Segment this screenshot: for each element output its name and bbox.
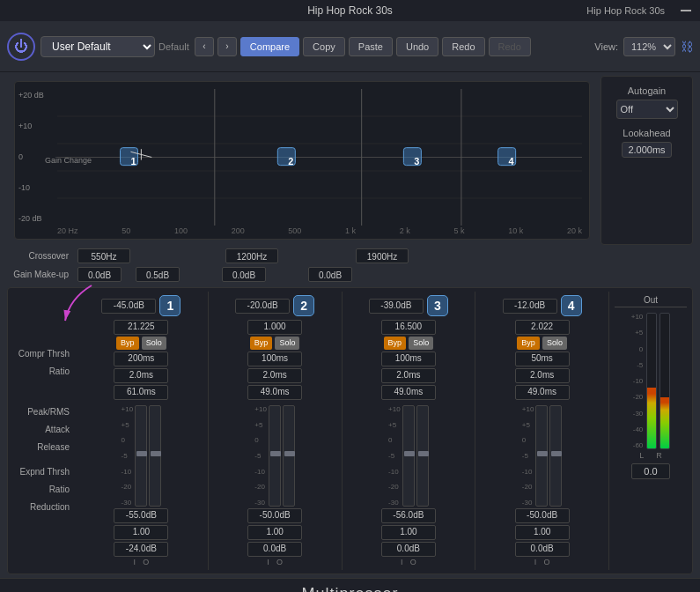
view-select[interactable]: 112% [623, 37, 675, 56]
band-4-fader-out[interactable] [549, 405, 562, 507]
band-1-byp-btn[interactable]: Byp [116, 337, 139, 350]
gain-makeup-val-3[interactable]: 0.0dB [222, 267, 266, 282]
band-3-solo-btn[interactable]: Solo [409, 337, 433, 350]
band-3-io: I O [401, 558, 416, 566]
band-3-fader-out-knob[interactable] [418, 451, 429, 456]
band-4-expnd-thrsh[interactable]: -50.0dB [515, 508, 570, 523]
band-2-fader-in[interactable] [269, 405, 281, 507]
band-1-solo-btn[interactable]: Solo [142, 337, 166, 350]
band-3-ratio[interactable]: 16.500 [381, 320, 436, 335]
paste-button[interactable]: Paste [349, 37, 393, 56]
preset-select[interactable]: User Default [41, 36, 155, 57]
band-2-ratio[interactable]: 1.000 [247, 320, 302, 335]
band-1-reduction[interactable]: -24.0dB [114, 542, 168, 557]
power-button[interactable]: ⏻ [7, 33, 35, 61]
window-minimize-btn[interactable] [681, 10, 691, 11]
band-1-compr-thrsh[interactable]: -45.0dB [101, 299, 156, 314]
crossover-val-2[interactable]: 1200Hz [225, 248, 278, 263]
band-4-byp-btn[interactable]: Byp [517, 337, 540, 350]
band-2-attack[interactable]: 2.0ms [247, 368, 302, 383]
out-r-label: R [656, 451, 662, 460]
band-3-badge[interactable]: 3 [427, 295, 448, 316]
band-4-fader-out-knob[interactable] [551, 451, 562, 456]
band-3-exp-ratio[interactable]: 1.00 [381, 525, 436, 540]
band-4-peak-rms[interactable]: 50ms [515, 352, 570, 366]
band-4-reduction[interactable]: 0.0dB [515, 542, 570, 557]
band-3-reduction[interactable]: 0.0dB [381, 542, 436, 557]
band-1-attack[interactable]: 2.0ms [114, 368, 168, 383]
bottom-title: Multipressor [0, 578, 700, 592]
band-4-badge[interactable]: 4 [561, 295, 582, 316]
band-3-expnd-thrsh[interactable]: -56.0dB [381, 508, 436, 523]
band-4-fader-in[interactable] [535, 405, 548, 507]
band-1-fader-in-knob[interactable] [136, 451, 147, 456]
band-4-header: -12.0dB 4 [481, 295, 603, 316]
band-3-io-in: I [401, 558, 403, 566]
out-db-n30: -30 [631, 410, 644, 418]
band-1-expnd-thrsh[interactable]: -55.0dB [114, 508, 168, 523]
band-2-peak-rms[interactable]: 100ms [247, 352, 302, 366]
band-3-fader-in[interactable] [402, 405, 415, 507]
freq-2k: 2 k [400, 226, 410, 235]
freq-10k: 10 k [508, 226, 523, 235]
band-2-fader-in-knob[interactable] [270, 451, 281, 456]
band-3-attack[interactable]: 2.0ms [381, 368, 436, 383]
band-2-reduction[interactable]: 0.0dB [247, 542, 302, 557]
band-2-fader-out-knob[interactable] [284, 451, 295, 456]
gain-makeup-val-1[interactable]: 0.0dB [77, 267, 122, 282]
band-3-header: -39.0dB 3 [348, 295, 470, 316]
band-3-compr-thrsh[interactable]: -39.0dB [369, 299, 424, 314]
band-4-compr-thrsh[interactable]: -12.0dB [503, 299, 557, 314]
band-3-peak-rms[interactable]: 100ms [381, 352, 436, 366]
band-4-exp-ratio[interactable]: 1.00 [515, 525, 570, 540]
band-4-ratio[interactable]: 2.022 [515, 320, 570, 335]
redo-button[interactable]: Redo [442, 37, 484, 56]
band-1-fader-out[interactable] [149, 405, 161, 507]
band-2-fader-labels: +10 +5 0 -5 -10 -20 -30 [254, 405, 267, 507]
band-2-compr-thrsh[interactable]: -20.0dB [235, 299, 290, 314]
band-4-attack[interactable]: 2.0ms [515, 368, 570, 383]
band-4-unit: -12.0dB 4 2.022 Byp Solo 50ms 2.0ms 49.0… [475, 292, 608, 570]
lookahead-value[interactable]: 2.000ms [622, 142, 671, 158]
copy-button[interactable]: Copy [303, 37, 345, 56]
band-4-release[interactable]: 49.0ms [515, 385, 570, 400]
crossover-val-1[interactable]: 550Hz [77, 248, 130, 263]
band-3-fader-out[interactable] [416, 405, 429, 507]
band-1-peak-rms[interactable]: 200ms [114, 352, 168, 366]
band-2-fader-out[interactable] [283, 405, 295, 507]
out-db-10: +10 [631, 313, 644, 321]
autogain-select[interactable]: Off [616, 100, 678, 119]
band-3-fader-in-knob[interactable] [404, 451, 415, 456]
band-2-exp-ratio[interactable]: 1.00 [247, 525, 302, 540]
band-3-fader-labels: +10 +5 0 -5 -10 -20 -30 [388, 405, 401, 507]
band-1-release[interactable]: 61.0ms [114, 385, 168, 400]
band-4-io-in: I [534, 558, 537, 566]
band-1-fader-out-knob[interactable] [151, 451, 161, 456]
band-1-fader-labels: +10 +5 0 -5 -10 -20 -30 [122, 405, 134, 507]
out-value[interactable]: 0.0 [631, 463, 670, 479]
gain-makeup-val-4[interactable]: 0.0dB [308, 267, 352, 282]
band-1-fader-group: +10 +5 0 -5 -10 -20 -30 [122, 405, 162, 507]
band-2-expnd-thrsh[interactable]: -50.0dB [247, 508, 302, 523]
band-4-solo-btn[interactable]: Solo [542, 337, 567, 350]
band-3-release[interactable]: 49.0ms [381, 385, 436, 400]
crossover-val-3[interactable]: 1900Hz [356, 248, 409, 263]
band-2-byp-btn[interactable]: Byp [250, 337, 273, 350]
band-2-solo-btn[interactable]: Solo [275, 337, 299, 350]
band-3-byp-btn[interactable]: Byp [384, 337, 407, 350]
undo-button[interactable]: Undo [396, 37, 438, 56]
compare-button[interactable]: Compare [240, 37, 299, 56]
band-1-badge[interactable]: 1 [159, 295, 181, 316]
gain-makeup-val-2[interactable]: 0.5dB [136, 267, 180, 282]
band-1-exp-ratio[interactable]: 1.00 [114, 525, 168, 540]
crossover-label: Crossover [7, 251, 74, 261]
band-1-io: I O [134, 558, 150, 566]
forward-button[interactable]: › [217, 37, 237, 56]
band-2-badge[interactable]: 2 [293, 295, 314, 316]
back-button[interactable]: ‹ [195, 37, 214, 56]
band-2-release[interactable]: 49.0ms [247, 385, 302, 400]
band-4-fader-in-knob[interactable] [537, 451, 548, 456]
band-1-ratio[interactable]: 21.225 [114, 320, 168, 335]
link-button[interactable]: ⛓ [681, 40, 693, 54]
band-1-fader-in[interactable] [135, 405, 147, 507]
